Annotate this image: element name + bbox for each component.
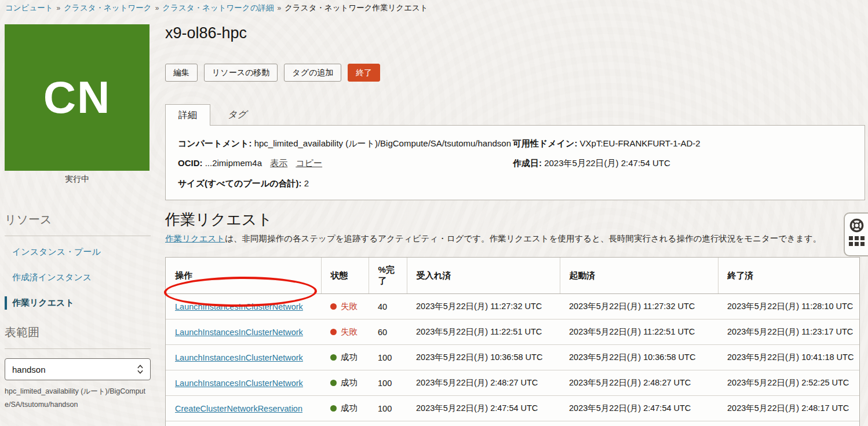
compartment-select[interactable]: handson [5, 358, 151, 380]
col-header-operation: 操作 [166, 258, 321, 294]
terminate-button[interactable]: 終了 [348, 64, 380, 82]
status-dot-icon [330, 405, 337, 412]
ocid-label: OCID: [178, 158, 203, 168]
up-down-chevrons-icon [136, 363, 144, 375]
sidebar-item-created-instances[interactable]: 作成済インスタンス [5, 271, 151, 284]
resource-avatar: CN [5, 24, 149, 171]
operation-link[interactable]: CreateClusterNetworkReservation [175, 404, 302, 413]
status-badge: 成功 [330, 403, 363, 414]
started-time-cell: 2023年5月22日(月) 2:48:27 UTC [560, 370, 718, 396]
started-time-cell: 2023年5月22日(月) 2:47:54 UTC [560, 396, 718, 421]
table-row: CreateClusterNetworkReservation成功1002023… [166, 396, 859, 421]
status-dot-icon [330, 329, 337, 335]
table-row: LaunchInstancesInClusterNetwork成功1002023… [166, 370, 859, 396]
accepted-time-cell: 2023年5月22日(月) 2:47:54 UTC [407, 396, 560, 421]
action-buttons: 編集 リソースの移動 タグの追加 終了 [165, 64, 380, 82]
sidebar-item-work-requests[interactable]: 作業リクエスト [5, 296, 151, 310]
finished-time-cell: 2023年5月22日(月) 2:48:17 UTC [718, 396, 859, 421]
breadcrumb-separator: » [278, 4, 282, 12]
col-header-percent: %完了 [369, 258, 407, 294]
status-text: 失敗 [341, 326, 358, 337]
divider [5, 348, 151, 349]
started-time-cell: 2023年5月22日(月) 11:22:51 UTC [560, 320, 718, 345]
created-field: 作成日: 2023年5月22日(月) 2:47:54 UTC [513, 157, 848, 169]
ocid-value: ...2imipmem4a [205, 158, 262, 168]
status-dot-icon [330, 303, 337, 310]
operation-link[interactable]: LaunchInstancesInClusterNetwork [175, 379, 303, 388]
breadcrumb-current-page: クラスタ・ネットワーク作業リクエスト [285, 3, 428, 12]
accepted-time-cell: 2023年5月22日(月) 11:22:51 UTC [407, 320, 560, 345]
finished-time-cell: 2023年5月22日(月) 11:28:10 UTC [718, 294, 859, 320]
tab-details[interactable]: 詳細 [165, 104, 210, 126]
page-title: x9-ol86-hpc [165, 24, 866, 42]
col-header-started: 起動済 [560, 258, 718, 294]
table-row: LaunchInstancesInClusterNetwork失敗402023年… [166, 294, 859, 320]
status-text: 失敗 [341, 301, 358, 312]
operation-link[interactable]: LaunchInstancesInClusterNetwork [175, 353, 303, 362]
work-requests-description: 作業リクエストは、非同期操作の各ステップを追跡するアクティビティ・ログです。作業… [165, 233, 837, 244]
finished-time-cell: 2023年5月22日(月) 2:52:25 UTC [718, 370, 859, 396]
work-requests-tbody: LaunchInstancesInClusterNetwork失敗402023年… [166, 294, 859, 421]
status-badge: 成功 [330, 377, 363, 388]
table-row: LaunchInstancesInClusterNetwork成功1002023… [166, 345, 859, 370]
sidebar-resources-heading: リソース [5, 212, 151, 227]
add-tags-button[interactable]: タグの追加 [284, 64, 341, 82]
sidebar-item-instance-pools[interactable]: インスタンス・プール [5, 245, 151, 259]
work-requests-heading: 作業リクエスト [165, 210, 272, 230]
compartment-field: コンパートメント: hpc_limited_availability (ルート)… [178, 138, 513, 149]
breadcrumb-separator: » [155, 4, 159, 12]
status-text: 成功 [341, 352, 358, 363]
created-value: 2023年5月22日(月) 2:47:54 UTC [544, 158, 670, 168]
table-row: LaunchInstancesInClusterNetwork失敗602023年… [166, 320, 859, 345]
work-requests-doc-link[interactable]: 作業リクエスト [165, 234, 225, 243]
tab-bar: 詳細 タグ [165, 104, 260, 126]
sidebar-scope-heading: 表範囲 [5, 325, 151, 340]
breadcrumb-cluster-network-details[interactable]: クラスタ・ネットワークの詳細 [162, 3, 273, 12]
status-badge: 失敗 [330, 326, 363, 337]
status-badge: 成功 [330, 352, 363, 363]
work-requests-description-text: は、非同期操作の各ステップを追跡するアクティビティ・ログです。作業リクエストを使… [225, 234, 821, 243]
accepted-time-cell: 2023年5月22日(月) 2:48:27 UTC [407, 370, 560, 396]
percent-complete-cell: 40 [369, 294, 407, 320]
table-header-row: 操作 状態 %完了 受入れ済 起動済 終了済 [166, 258, 859, 294]
breadcrumb-compute[interactable]: コンピュート [5, 3, 53, 12]
finished-time-cell: 2023年5月22日(月) 10:41:18 UTC [718, 345, 859, 370]
compartment-label: コンパートメント: [178, 138, 251, 148]
compartment-value: hpc_limited_availability (ルート)/BigComput… [254, 138, 511, 148]
sidebar: リソース インスタンス・プール 作成済インスタンス 作業リクエスト 表範囲 ha… [5, 212, 151, 411]
table-item-count: 5アイテムを表示中 [166, 421, 859, 426]
ocid-copy-link[interactable]: コピー [296, 158, 322, 168]
status-text: 成功 [341, 403, 358, 414]
status-dot-icon [330, 380, 337, 386]
move-resource-button[interactable]: リソースの移動 [204, 64, 278, 82]
col-header-finished: 終了済 [718, 258, 859, 294]
tab-tags[interactable]: タグ [215, 104, 260, 126]
percent-complete-cell: 60 [369, 320, 407, 345]
percent-complete-cell: 100 [369, 370, 407, 396]
finished-time-cell: 2023年5月22日(月) 11:23:17 UTC [718, 320, 859, 345]
grid-dots-icon [849, 236, 865, 246]
breadcrumb: コンピュート»クラスタ・ネットワーク»クラスタ・ネットワークの詳細»クラスタ・ネ… [5, 3, 428, 13]
compartment-select-value: handson [12, 365, 136, 374]
operation-link[interactable]: LaunchInstancesInClusterNetwork [175, 302, 303, 311]
breadcrumb-separator: » [57, 4, 61, 12]
status-text: 成功 [341, 377, 358, 388]
ocid-show-link[interactable]: 表示 [270, 158, 287, 168]
resource-status-label: 実行中 [5, 174, 149, 185]
percent-complete-cell: 100 [369, 396, 407, 421]
col-header-accepted: 受入れ済 [407, 258, 560, 294]
help-widget-button[interactable] [844, 212, 868, 256]
status-dot-icon [330, 354, 337, 361]
work-requests-table: 操作 状態 %完了 受入れ済 起動済 終了済 LaunchInstancesIn… [165, 257, 860, 426]
availability-domain-field: 可用性ドメイン: VXpT:EU-FRANKFURT-1-AD-2 [513, 138, 848, 149]
resource-initials: CN [43, 71, 111, 124]
availability-domain-label: 可用性ドメイン: [513, 138, 577, 148]
col-header-status: 状態 [321, 258, 369, 294]
operation-link[interactable]: LaunchInstancesInClusterNetwork [175, 328, 303, 337]
breadcrumb-cluster-networks[interactable]: クラスタ・ネットワーク [64, 3, 151, 12]
accepted-time-cell: 2023年5月22日(月) 11:27:32 UTC [407, 294, 560, 320]
status-badge: 失敗 [330, 301, 363, 312]
edit-button[interactable]: 編集 [165, 64, 198, 82]
availability-domain-value: VXpT:EU-FRANKFURT-1-AD-2 [580, 138, 701, 148]
ocid-field: OCID: ...2imipmem4a 表示 コピー [178, 157, 513, 169]
